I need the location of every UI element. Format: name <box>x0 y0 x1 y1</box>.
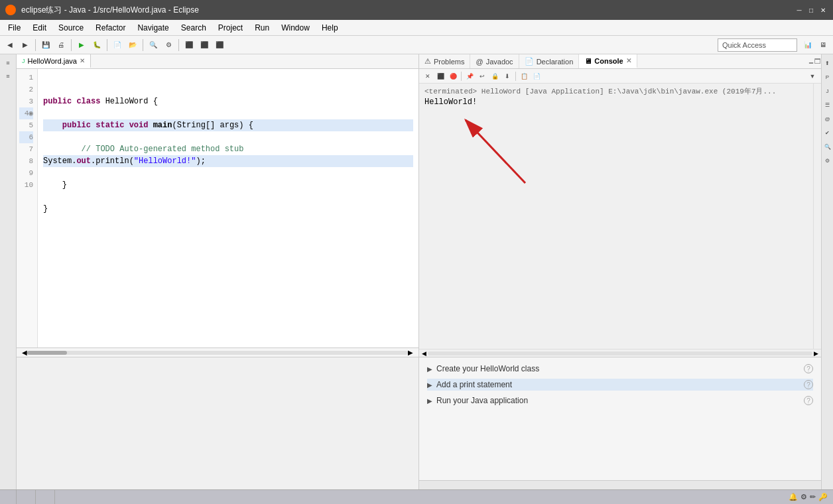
toolbar-new[interactable]: 📄 <box>110 38 125 52</box>
toolbar-run[interactable]: ▶ <box>74 38 89 52</box>
right-gutter-icon-6[interactable]: ✔ <box>822 127 834 139</box>
editor-tab-label: HelloWord.java <box>28 57 77 65</box>
tab-problems[interactable]: ⚠ Problems <box>419 54 470 68</box>
right-panel: ⚠ Problems @ Javadoc 📄 Declaration 🖥 <box>419 54 821 357</box>
tab-console[interactable]: 🖥 Console ✕ <box>579 54 637 68</box>
task-scrollbar[interactable] <box>419 480 821 489</box>
toolbar-extra3[interactable]: ⬛ <box>212 38 227 52</box>
editor-scrollbar-h[interactable]: ◀ ▶ <box>17 347 418 357</box>
toolbar-save[interactable]: 💾 <box>38 38 53 52</box>
editor-tab-bar: J HelloWord.java ✕ <box>17 54 418 69</box>
menu-project[interactable]: Project <box>213 21 248 35</box>
task-item-3[interactable]: ▶ Run your Java application ? <box>427 395 813 407</box>
menu-search[interactable]: Search <box>176 21 212 35</box>
editor-tab-close[interactable]: ✕ <box>80 57 85 64</box>
scroll-right-btn[interactable]: ▶ <box>408 349 413 356</box>
menu-source[interactable]: Source <box>53 21 89 35</box>
task-arrow-2: ▶ <box>427 381 432 389</box>
console-scroll-left[interactable]: ◀ <box>422 350 426 357</box>
right-gutter-icon-3[interactable]: J <box>822 85 834 97</box>
quick-access-field[interactable]: Quick Access <box>718 38 797 52</box>
console-pin-btn[interactable]: 📌 <box>464 70 476 82</box>
panel-maximize-btn[interactable]: 🗖 <box>814 54 821 68</box>
status-seg-3 <box>44 490 55 504</box>
code-editor[interactable]: 1 2 3 4◉ 5 6 7 8 9 10 public class Hello… <box>17 69 418 347</box>
console-scroll-lock[interactable]: 🔒 <box>489 70 501 82</box>
console-paste-btn[interactable]: 📄 <box>531 70 543 82</box>
task-list: ▶ Create your HelloWorld class ? ▶ Add a… <box>419 357 821 480</box>
panel-tab-bar: ⚠ Problems @ Javadoc 📄 Declaration 🖥 <box>419 54 821 69</box>
toolbar-extra1[interactable]: ⬛ <box>182 38 196 52</box>
task-item-2[interactable]: ▶ Add a print statement ? <box>427 379 813 391</box>
task-item-1[interactable]: ▶ Create your HelloWorld class ? <box>427 363 813 375</box>
toolbar-extra2[interactable]: ⬛ <box>197 38 212 52</box>
toolbar-refactor[interactable]: ⚙ <box>161 38 176 52</box>
task-label-3: Run your Java application <box>436 396 528 405</box>
right-gutter-icon-8[interactable]: ⚙ <box>822 155 834 166</box>
toolbar-sep-1 <box>35 39 36 51</box>
toolbar-perspective1[interactable]: 📊 <box>801 38 815 52</box>
code-content[interactable]: public class HelloWord { public static v… <box>38 69 418 347</box>
menu-edit[interactable]: Edit <box>27 21 52 35</box>
console-terminate-btn[interactable]: 🔴 <box>447 70 459 82</box>
toolbar-perspective2[interactable]: 🖥 <box>816 38 830 52</box>
console-scrollbar-v[interactable] <box>813 84 821 349</box>
svg-line-1 <box>466 120 525 183</box>
console-icon: 🖥 <box>584 57 592 65</box>
right-gutter-icon-2[interactable]: P <box>822 71 834 83</box>
console-stop-btn[interactable]: ⬛ <box>434 70 446 82</box>
console-h-track[interactable] <box>428 351 812 355</box>
toolbar-print[interactable]: 🖨 <box>54 38 68 52</box>
maximize-button[interactable]: □ <box>806 5 816 15</box>
console-clear-btn[interactable]: ✕ <box>422 70 434 82</box>
task-arrow-1: ▶ <box>427 365 432 373</box>
console-scroll-end[interactable]: ⬇ <box>501 70 513 82</box>
panel-toolbar: ✕ ⬛ 🔴 📌 ↩ 🔒 ⬇ 📋 📄 ▼ <box>419 69 821 84</box>
toolbar-debug[interactable]: 🐛 <box>90 38 104 52</box>
console-settings-btn[interactable]: ▼ <box>806 70 818 82</box>
content-area: ≡ ≡ J HelloWord.java ✕ 1 <box>0 54 833 489</box>
problems-label: Problems <box>434 58 464 66</box>
toolbar-open[interactable]: 📂 <box>125 38 140 52</box>
menu-navigate[interactable]: Navigate <box>132 21 174 35</box>
title-bar: eclipse练习 - Java - 1/src/HelloWord.java … <box>0 0 833 20</box>
toolbar-back[interactable]: ◀ <box>3 38 17 52</box>
status-icon-3: ✏ <box>810 493 816 501</box>
right-gutter-icon-5[interactable]: @ <box>822 113 834 125</box>
minimize-button[interactable]: ─ <box>795 5 804 15</box>
console-scrollbar-h[interactable]: ◀ ▶ <box>419 349 821 357</box>
menu-window[interactable]: Window <box>276 21 315 35</box>
console-scroll-right[interactable]: ▶ <box>814 350 818 357</box>
app-window: eclipse练习 - Java - 1/src/HelloWord.java … <box>0 0 833 504</box>
panel-minimize-btn[interactable]: 🗕 <box>808 54 814 68</box>
menu-run[interactable]: Run <box>249 21 275 35</box>
scroll-left-btn[interactable]: ◀ <box>22 349 27 356</box>
line-numbers: 1 2 3 4◉ 5 6 7 8 9 10 <box>17 69 38 347</box>
close-button[interactable]: ✕ <box>818 5 828 15</box>
task-help-1[interactable]: ? <box>804 364 813 373</box>
task-help-3[interactable]: ? <box>804 396 813 405</box>
scroll-track[interactable] <box>27 351 408 355</box>
panel-sep-1 <box>461 72 462 81</box>
task-arrow-3: ▶ <box>427 397 432 405</box>
right-gutter: ⬆ P J ☰ @ ✔ 🔍 ⚙ <box>821 54 833 489</box>
scroll-thumb[interactable] <box>27 351 67 355</box>
menu-help[interactable]: Help <box>316 21 344 35</box>
task-help-2[interactable]: ? <box>804 380 813 389</box>
console-tab-close[interactable]: ✕ <box>626 57 631 64</box>
toolbar-forward[interactable]: ▶ <box>18 38 32 52</box>
editor-tab-helloword[interactable]: J HelloWord.java ✕ <box>17 54 91 68</box>
toolbar-search[interactable]: 🔍 <box>146 38 160 52</box>
right-gutter-icon-4[interactable]: ☰ <box>822 99 834 111</box>
console-copy-btn[interactable]: 📋 <box>518 70 530 82</box>
javadoc-label: Javadoc <box>486 58 513 66</box>
gutter-icon-1: ≡ <box>2 57 14 69</box>
tab-declaration[interactable]: 📄 Declaration <box>519 54 580 68</box>
menu-file[interactable]: File <box>3 21 26 35</box>
console-wrap-btn[interactable]: ↩ <box>476 70 488 82</box>
menu-refactor[interactable]: Refactor <box>90 21 131 35</box>
right-gutter-icon-1[interactable]: ⬆ <box>822 57 834 69</box>
tab-javadoc[interactable]: @ Javadoc <box>470 54 519 68</box>
right-gutter-icon-7[interactable]: 🔍 <box>822 141 834 153</box>
menu-bar: File Edit Source Refactor Navigate Searc… <box>0 20 833 36</box>
